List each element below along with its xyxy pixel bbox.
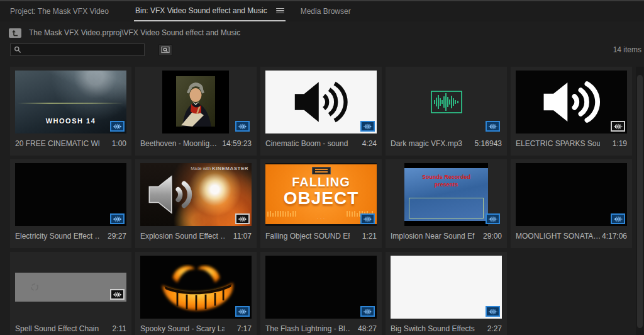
bin-item[interactable]: Spell Sound Effect Chain L… 2:11	[10, 252, 131, 335]
blue-screen: Sounds Recorded presents	[404, 168, 488, 221]
search-row: 14 items	[10, 43, 644, 56]
clip-name: Beethoven - Moonlig…	[140, 139, 217, 148]
items-count: 14 items	[613, 45, 641, 54]
scrollbar-thumb[interactable]	[637, 75, 643, 328]
audio-badge-icon	[238, 216, 247, 222]
find-in-bin-icon	[161, 46, 170, 54]
clip-name: Implosion Near Sound Ef…	[391, 232, 475, 241]
clip-name: The Flash Lightning - Bl…	[265, 324, 350, 333]
clip-name: MOONLIGHT SONATA…	[516, 232, 600, 241]
channel-badge	[312, 167, 331, 174]
thumbnail	[391, 71, 502, 133]
audio-badge-icon	[613, 123, 623, 130]
audio-badge	[486, 306, 500, 317]
clip-name: Electricity Sound Effect …	[15, 232, 99, 241]
tab-media-browser-label: Media Browser	[301, 7, 351, 16]
bin-item[interactable]: WHOOSH 14 20 FREE CINEMATIC WH… 1:00	[10, 67, 131, 156]
speaker-icon	[144, 170, 207, 219]
audio-badge	[110, 121, 125, 132]
outline-box	[409, 198, 484, 219]
bin-item[interactable]: Big Switch Sound Effects … 2:27	[386, 252, 507, 335]
thumbnail	[265, 256, 377, 319]
audio-badge-icon	[488, 216, 497, 222]
clip-duration: 1:21	[362, 232, 377, 241]
audio-badge	[110, 213, 125, 224]
clip-name: Big Switch Sound Effects …	[391, 324, 475, 333]
bin-item[interactable]: Dark magic VFX.mp3 5:16943	[386, 67, 507, 156]
clip-duration: 11:07	[233, 232, 252, 241]
bin-item[interactable]: Spooky Sound - Scary La… 7:17	[135, 252, 257, 335]
find-in-bin-button[interactable]	[158, 44, 172, 56]
clip-duration: 2:27	[487, 324, 502, 333]
audio-badge	[360, 213, 375, 224]
clip-duration: 4:17:06	[602, 232, 627, 241]
tab-bin-active[interactable]: Bin: VFX Video Sound effect and Music	[134, 1, 286, 21]
bin-item[interactable]: Sounds Recorded presents Implosion Near …	[386, 159, 507, 248]
audio-badge	[611, 121, 625, 132]
item-label-row: Explosion Sound Effect … 11:07	[140, 232, 252, 241]
tab-bin-label: Bin: VFX Video Sound effect and Music	[135, 6, 267, 15]
item-label-row: Implosion Near Sound Ef… 29:00	[391, 232, 502, 241]
item-label-row: ELECTRIC SPARKS Sound… 1:19	[516, 139, 627, 148]
search-box[interactable]	[10, 43, 145, 56]
bin-item[interactable]: The Flash Lightning - Bl… 48:27	[260, 252, 382, 335]
item-label-row: Electricity Sound Effect … 29:27	[15, 232, 126, 241]
bin-item[interactable]: Beethoven - Moonlig… 14:59:23	[135, 67, 257, 156]
bin-item[interactable]: Made with KINEMASTER Explosion Sound Eff…	[135, 159, 257, 248]
bin-item[interactable]: MOONLIGHT SONATA… 4:17:06	[511, 159, 632, 248]
bin-item[interactable]: FALLING OBJECT · · · Falling Object SOUN…	[260, 159, 382, 248]
audio-badge	[235, 121, 250, 132]
navigate-up-button[interactable]	[9, 28, 21, 38]
thumbnail-title-line2: OBJECT	[265, 188, 377, 208]
beethoven-portrait-thumbnail	[162, 71, 229, 133]
audio-badge	[110, 289, 125, 300]
clip-name: Spooky Sound - Scary La…	[140, 324, 225, 333]
item-label-row: The Flash Lightning - Bl… 48:27	[265, 324, 377, 333]
clip-name: 20 FREE CINEMATIC WH…	[15, 139, 99, 148]
project-panel: Project: The Mask VFX Video Bin: VFX Vid…	[0, 0, 644, 335]
item-label-row: Dark magic VFX.mp3 5:16943	[391, 139, 502, 148]
panel-tab-bar: Project: The Mask VFX Video Bin: VFX Vid…	[0, 1, 644, 21]
panel-menu-icon[interactable]	[276, 8, 284, 14]
item-label-row: Beethoven - Moonlig… 14:59:23	[140, 139, 252, 148]
tab-project-label: Project: The Mask VFX Video	[10, 7, 109, 16]
audio-badge-icon	[363, 309, 372, 315]
audio-badge-icon	[113, 216, 122, 222]
pumpkin-grin-image	[149, 258, 243, 316]
bin-item[interactable]: Cinematic Boom - sound … 4:24	[260, 67, 382, 156]
audio-badge-icon	[363, 216, 372, 222]
watermark: Made with KINEMASTER	[191, 166, 248, 171]
tab-project[interactable]: Project: The Mask VFX Video	[9, 1, 110, 21]
thumbnail	[140, 71, 252, 133]
bin-item[interactable]: ELECTRIC SPARKS Sound… 1:19	[511, 67, 632, 156]
clip-name: Explosion Sound Effect …	[140, 232, 225, 241]
clip-duration: 14:59:23	[222, 139, 252, 148]
clip-duration: 7:17	[237, 324, 252, 333]
clip-duration: 48:27	[358, 324, 377, 333]
audio-badge-icon	[613, 216, 623, 222]
thumbnail: FALLING OBJECT · · ·	[265, 163, 377, 226]
item-label-row: Big Switch Sound Effects … 2:27	[391, 324, 502, 333]
speaker-icon	[537, 77, 606, 127]
thumbnail-title-line1: FALLING	[265, 175, 377, 190]
breadcrumb: The Mask VFX Video.prproj\VFX Video Soun…	[29, 28, 240, 37]
clip-duration: 1:00	[112, 139, 126, 148]
spinner-icon	[30, 283, 39, 292]
clip-duration: 29:27	[108, 232, 126, 241]
tab-media-browser[interactable]: Media Browser	[299, 1, 352, 21]
search-input[interactable]	[25, 45, 141, 55]
waveform-line	[18, 103, 124, 104]
portrait-image	[176, 76, 215, 127]
clip-duration: 4:24	[362, 139, 377, 148]
breadcrumb-row: The Mask VFX Video.prproj\VFX Video Soun…	[9, 27, 644, 38]
speaker-icon	[289, 78, 354, 126]
clip-name: Cinematic Boom - sound …	[265, 139, 350, 148]
thumbnail: WHOOSH 14	[15, 71, 126, 133]
clip-name: Spell Sound Effect Chain L…	[15, 324, 99, 333]
thumbnail: Sounds Recorded presents	[391, 163, 502, 226]
audio-badge-icon	[113, 292, 122, 298]
waveform-icon	[431, 91, 462, 113]
bin-item[interactable]: Electricity Sound Effect … 29:27	[10, 159, 131, 248]
clip-name: Dark magic VFX.mp3	[391, 139, 462, 148]
item-label-row: Spell Sound Effect Chain L… 2:11	[15, 324, 126, 333]
